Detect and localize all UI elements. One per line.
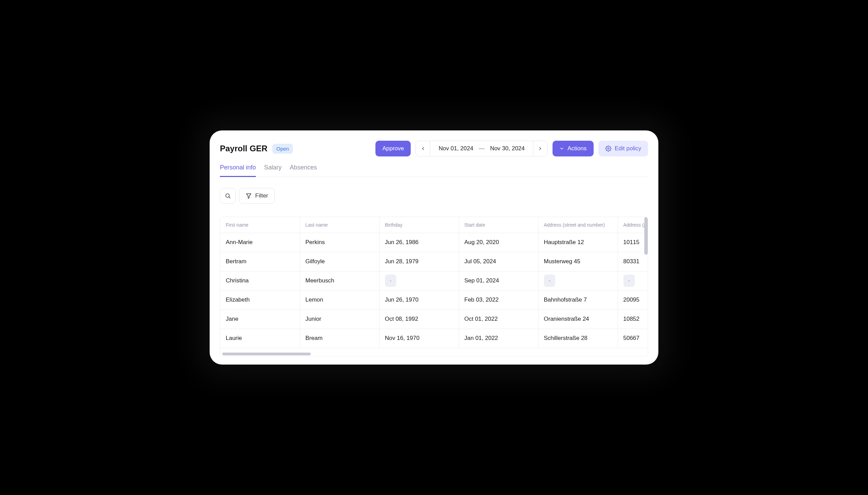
edit-policy-label: Edit policy — [615, 145, 641, 152]
search-button[interactable] — [220, 188, 236, 204]
table-row[interactable]: LaurieBreamNov 16, 1970Jan 01, 2022Schil… — [220, 329, 648, 348]
horizontal-scrollbar[interactable] — [222, 353, 311, 355]
col-address[interactable]: Address (street and number) — [538, 217, 618, 233]
gear-icon — [605, 145, 611, 152]
cell-first: Laurie — [220, 329, 300, 348]
payroll-card: Payroll GER Open Approve Nov 01, 2024 — … — [210, 130, 658, 365]
cell-birthday: Nov 16, 1970 — [379, 329, 459, 348]
cell-birthday: Oct 08, 1992 — [379, 309, 459, 329]
empty-value: - — [544, 275, 556, 287]
cell-postal: 20095 — [618, 290, 648, 309]
col-last-name[interactable]: Last name — [300, 217, 379, 233]
vertical-scrollbar[interactable] — [644, 217, 648, 255]
cell-start: Aug 20, 2020 — [459, 233, 538, 252]
tabs: Personal info Salary Absences — [220, 164, 648, 177]
cell-last: Lemon — [300, 290, 379, 309]
table-scroll[interactable]: First name Last name Birthday Start date… — [220, 217, 648, 356]
table-toolbar: Filter — [220, 188, 648, 204]
svg-line-2 — [229, 197, 230, 198]
cell-start: Jan 01, 2022 — [459, 329, 538, 348]
date-prev-button[interactable] — [416, 141, 430, 156]
cell-first: Christina — [220, 271, 300, 290]
cell-address: Oranienstraße 24 — [538, 309, 618, 329]
cell-postal: - — [618, 271, 648, 290]
date-next-button[interactable] — [533, 141, 547, 156]
actions-label: Actions — [568, 145, 587, 152]
table-row[interactable]: ChristinaMeerbusch-Sep 01, 2024-- — [220, 271, 648, 290]
cell-last: Bream — [300, 329, 379, 348]
date-range-picker[interactable]: Nov 01, 2024 — Nov 30, 2024 — [416, 141, 547, 156]
chevron-down-icon — [559, 146, 564, 151]
cell-postal: 10852 — [618, 309, 648, 329]
status-badge: Open — [272, 144, 293, 154]
empty-value: - — [623, 275, 635, 287]
table-row[interactable]: JaneJuniorOct 08, 1992Oct 01, 2022Oranie… — [220, 309, 648, 329]
date-range-display[interactable]: Nov 01, 2024 — Nov 30, 2024 — [430, 145, 533, 152]
empty-value: - — [385, 275, 397, 287]
cell-last: Gilfoyle — [300, 252, 379, 271]
cell-postal: 10115 — [618, 233, 648, 252]
cell-postal: 80331 — [618, 252, 648, 271]
approve-label: Approve — [382, 145, 404, 152]
col-first-name[interactable]: First name — [220, 217, 300, 233]
filter-icon — [246, 193, 252, 199]
col-birthday[interactable]: Birthday — [379, 217, 459, 233]
employees-table: First name Last name Birthday Start date… — [220, 217, 648, 348]
search-icon — [225, 193, 231, 199]
svg-marker-3 — [246, 194, 251, 199]
cell-birthday: - — [379, 271, 459, 290]
cell-address: Musterweg 45 — [538, 252, 618, 271]
cell-first: Elizabeth — [220, 290, 300, 309]
cell-start: Oct 01, 2022 — [459, 309, 538, 329]
cell-birthday: Jun 28, 1979 — [379, 252, 459, 271]
table-row[interactable]: Ann-MariePerkinsJun 26, 1986Aug 20, 2020… — [220, 233, 648, 252]
actions-button[interactable]: Actions — [553, 141, 594, 156]
date-separator: — — [479, 145, 485, 152]
edit-policy-button[interactable]: Edit policy — [598, 141, 648, 156]
cell-first: Bertram — [220, 252, 300, 271]
cell-address: Hauptstraße 12 — [538, 233, 618, 252]
cell-first: Jane — [220, 309, 300, 329]
header: Payroll GER Open Approve Nov 01, 2024 — … — [220, 141, 648, 156]
col-start-date[interactable]: Start date — [459, 217, 538, 233]
cell-birthday: Jun 26, 1970 — [379, 290, 459, 309]
chevron-right-icon — [538, 146, 543, 151]
page-title: Payroll GER — [220, 144, 268, 153]
cell-start: Feb 03, 2022 — [459, 290, 538, 309]
filter-label: Filter — [255, 192, 268, 199]
filter-button[interactable]: Filter — [239, 188, 275, 204]
cell-last: Junior — [300, 309, 379, 329]
cell-start: Sep 01, 2024 — [459, 271, 538, 290]
cell-last: Meerbusch — [300, 271, 379, 290]
approve-button[interactable]: Approve — [375, 141, 411, 156]
cell-address: Schillerstraße 28 — [538, 329, 618, 348]
table-header-row: First name Last name Birthday Start date… — [220, 217, 648, 233]
date-to: Nov 30, 2024 — [490, 145, 525, 152]
cell-last: Perkins — [300, 233, 379, 252]
cell-address: - — [538, 271, 618, 290]
chevron-left-icon — [421, 146, 425, 151]
col-postal[interactable]: Address (postal code) — [618, 217, 648, 233]
cell-address: Bahnhofstraße 7 — [538, 290, 618, 309]
cell-start: Jul 05, 2024 — [459, 252, 538, 271]
cell-postal: 50667 — [618, 329, 648, 348]
table-row[interactable]: BertramGilfoyleJun 28, 1979Jul 05, 2024M… — [220, 252, 648, 271]
tab-absences[interactable]: Absences — [290, 164, 317, 177]
svg-point-0 — [607, 148, 609, 150]
date-from: Nov 01, 2024 — [438, 145, 473, 152]
table-container: First name Last name Birthday Start date… — [220, 217, 648, 356]
cell-birthday: Jun 26, 1986 — [379, 233, 459, 252]
tab-personal-info[interactable]: Personal info — [220, 164, 256, 177]
table-row[interactable]: ElizabethLemonJun 26, 1970Feb 03, 2022Ba… — [220, 290, 648, 309]
tab-salary[interactable]: Salary — [264, 164, 282, 177]
cell-first: Ann-Marie — [220, 233, 300, 252]
